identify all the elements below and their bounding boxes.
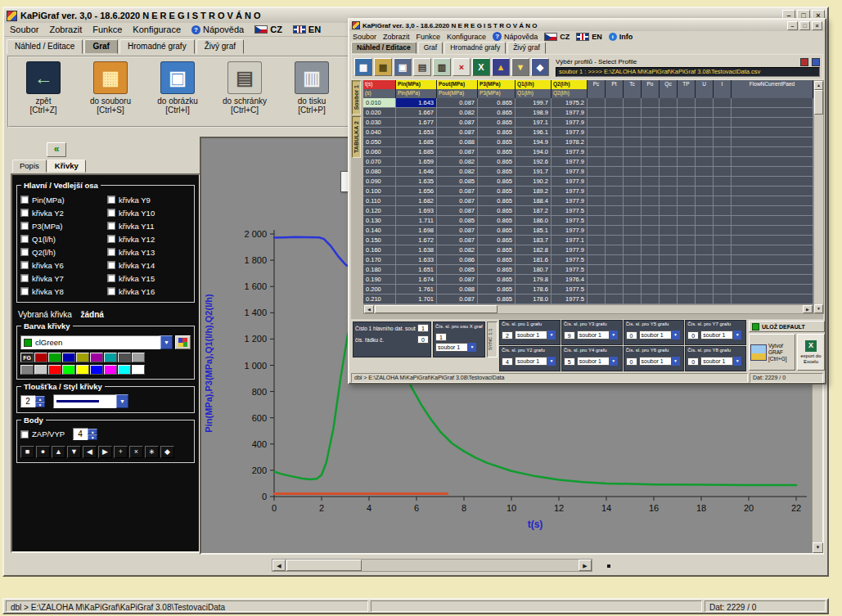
table-cell[interactable] (606, 236, 624, 245)
table-cell[interactable] (606, 147, 624, 157)
profile-folder-icon[interactable] (812, 58, 820, 66)
table-cell[interactable] (678, 245, 696, 255)
marker-shape-button[interactable]: ▶ (98, 446, 112, 458)
table-cell[interactable]: 1978.2 (552, 137, 588, 147)
table-cell[interactable]: 0.040 (363, 128, 396, 137)
table-cell[interactable] (642, 98, 660, 108)
chart-small-icon[interactable]: ▲ (492, 58, 510, 76)
checkbox-q2-l-h[interactable] (20, 248, 29, 256)
table-cell[interactable]: 0.082 (437, 108, 478, 118)
table-cell[interactable]: 0.865 (478, 118, 516, 128)
column-number-input[interactable]: 0 (626, 357, 637, 366)
column-number-input[interactable]: 4 (502, 357, 513, 366)
table-cell[interactable] (678, 275, 696, 285)
table-cell[interactable]: 1975.2 (552, 98, 588, 108)
table-cell[interactable] (606, 167, 624, 177)
table-cell[interactable] (660, 98, 678, 108)
table-cell[interactable] (642, 137, 660, 147)
table-cell[interactable]: 0.865 (478, 275, 516, 285)
palette-swatch[interactable] (20, 365, 34, 375)
table-cell[interactable] (588, 226, 606, 236)
table-cell[interactable]: 182.8 (516, 245, 552, 255)
menu-item-info[interactable]: iInfo (609, 33, 633, 41)
table-cell[interactable]: 178.6 (516, 285, 552, 295)
table-cell[interactable] (714, 167, 732, 177)
table-cell[interactable] (732, 98, 813, 108)
table-cell[interactable]: 0.110 (363, 196, 396, 206)
table-cell[interactable] (588, 108, 606, 118)
table-cell[interactable] (714, 157, 732, 167)
table-cell[interactable] (660, 118, 678, 128)
table-cell[interactable] (714, 196, 732, 206)
table-cell[interactable] (678, 206, 696, 216)
table-cell[interactable]: 0.200 (363, 285, 396, 295)
column-number-input[interactable]: 1 (435, 333, 447, 341)
table-cell[interactable] (678, 98, 696, 108)
palette-swatch[interactable] (34, 353, 47, 362)
table-cell[interactable]: 1977.9 (552, 245, 588, 255)
palette-swatch[interactable] (48, 365, 61, 375)
table-cell[interactable]: 1.682 (396, 196, 437, 206)
file-select[interactable]: soubor 1 ▼ (435, 343, 476, 352)
table-cell[interactable] (588, 98, 606, 108)
table-cell[interactable] (624, 118, 642, 128)
table-cell[interactable] (660, 255, 678, 265)
table-cell[interactable]: 0.080 (363, 167, 396, 177)
table-cell[interactable] (624, 167, 642, 177)
table-cell[interactable] (642, 206, 660, 216)
table-cell[interactable]: 0.170 (363, 255, 396, 265)
table-cell[interactable]: 186.0 (516, 216, 552, 226)
table-cell[interactable] (714, 216, 732, 226)
table-cell[interactable]: 0.865 (478, 137, 516, 147)
table-cell[interactable] (678, 118, 696, 128)
table-cell[interactable] (606, 206, 624, 216)
scroll-down-icon[interactable]: ▼ (814, 304, 823, 313)
table-cell[interactable] (696, 187, 714, 196)
table-cell[interactable] (714, 137, 732, 147)
column-header[interactable]: Tc (624, 80, 642, 89)
table-cell[interactable]: 0.070 (363, 157, 396, 167)
column-number-input[interactable]: 0 (687, 331, 699, 339)
menu-item-funkce[interactable]: Funkce (92, 25, 122, 34)
table-cell[interactable] (588, 196, 606, 206)
table-cell[interactable] (714, 206, 732, 216)
table-cell[interactable] (678, 295, 696, 304)
tab-hromadn-grafy[interactable]: Hromadné grafy (119, 39, 195, 54)
table-cell[interactable] (714, 128, 732, 137)
table-cell[interactable] (588, 295, 606, 304)
table-cell[interactable]: 196.1 (516, 128, 552, 137)
stepper-down-icon[interactable]: ▼ (35, 402, 45, 407)
table-cell[interactable] (696, 216, 714, 226)
table-cell[interactable] (660, 216, 678, 226)
table-vertical-scrollbar[interactable]: ▲ ▼ (813, 80, 824, 314)
table-cell[interactable]: 0.088 (437, 137, 478, 147)
stepper-down-icon[interactable]: ▼ (88, 434, 97, 440)
marker-shape-button[interactable]: × (129, 446, 143, 458)
scroll-left-icon[interactable]: ◀ (272, 560, 286, 571)
table-cell[interactable] (642, 275, 660, 285)
profile-refresh-icon[interactable] (800, 58, 808, 66)
table-cell[interactable]: 178.0 (516, 295, 552, 304)
language-toggle-en[interactable]: EN (293, 25, 321, 34)
table-cell[interactable] (696, 177, 714, 187)
table-cell[interactable]: 0.865 (478, 177, 516, 187)
table-cell[interactable] (714, 295, 732, 304)
table-cell[interactable] (660, 157, 678, 167)
toolbar-button-do-souboru[interactable]: ▦do souboru[Ctrl+S] (81, 60, 140, 124)
table-cell[interactable]: 185.1 (516, 226, 552, 236)
palette-swatch[interactable] (90, 353, 103, 362)
table-cell[interactable] (696, 255, 714, 265)
table-cell[interactable]: 1977.9 (552, 167, 588, 177)
table-cell[interactable] (606, 177, 624, 187)
table-cell[interactable] (660, 108, 678, 118)
table-cell[interactable] (588, 275, 606, 285)
file-select[interactable]: soubor 1▼ (515, 357, 556, 366)
table-cell[interactable]: 192.6 (516, 157, 552, 167)
copy-icon[interactable]: ▤ (413, 58, 431, 76)
table-cell[interactable]: 180.7 (516, 265, 552, 275)
table-cell[interactable]: 1977.5 (552, 206, 588, 216)
create-graph-button[interactable]: Vytvoř GRAF [Ctrl+G] (749, 334, 795, 371)
column-header[interactable]: Qc (660, 80, 678, 89)
table-cell[interactable]: 1977.9 (552, 157, 588, 167)
table-cell[interactable]: 0.865 (478, 285, 516, 295)
